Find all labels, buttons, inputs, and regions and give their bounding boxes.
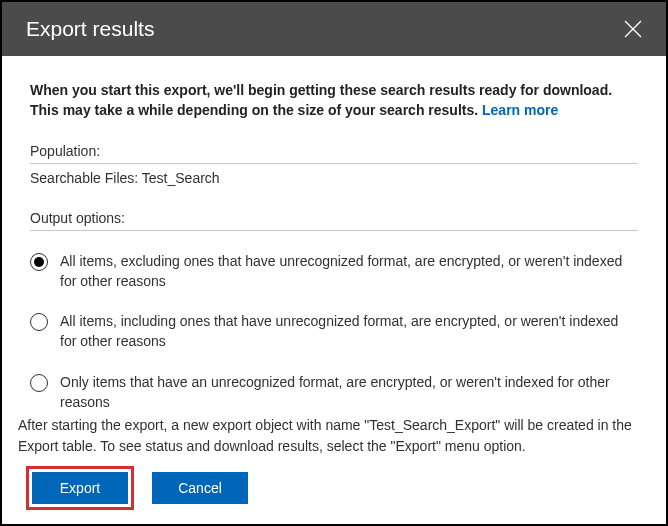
radio-option-including[interactable]: All items, including ones that have unre… [30, 301, 638, 362]
radio-option-only-unrecognized[interactable]: Only items that have an unrecognized for… [30, 362, 638, 423]
searchable-files-row: Searchable Files: Test_Search [30, 164, 638, 188]
radio-label: All items, including ones that have unre… [60, 311, 638, 352]
cancel-button[interactable]: Cancel [152, 472, 248, 504]
radio-label: Only items that have an unrecognized for… [60, 372, 638, 413]
intro-text: When you start this export, we'll begin … [30, 80, 638, 121]
output-options-label: Output options: [30, 210, 638, 231]
dialog-title: Export results [26, 17, 154, 41]
dialog-titlebar: Export results [2, 2, 666, 56]
dialog-actions: Export Cancel [26, 466, 248, 510]
dialog-body: When you start this export, we'll begin … [2, 56, 666, 422]
learn-more-link[interactable]: Learn more [482, 102, 558, 118]
radio-label: All items, excluding ones that have unre… [60, 251, 638, 292]
radio-option-excluding[interactable]: All items, excluding ones that have unre… [30, 241, 638, 302]
close-icon[interactable] [624, 20, 642, 38]
population-label: Population: [30, 143, 638, 164]
export-button[interactable]: Export [32, 472, 128, 504]
export-button-highlight: Export [26, 466, 134, 510]
radio-icon[interactable] [30, 253, 48, 271]
radio-icon[interactable] [30, 313, 48, 331]
footnote-text: After starting the export, a new export … [18, 415, 644, 456]
export-results-dialog: Export results When you start this expor… [0, 0, 668, 526]
radio-icon[interactable] [30, 374, 48, 392]
output-options-group: All items, excluding ones that have unre… [30, 241, 638, 423]
